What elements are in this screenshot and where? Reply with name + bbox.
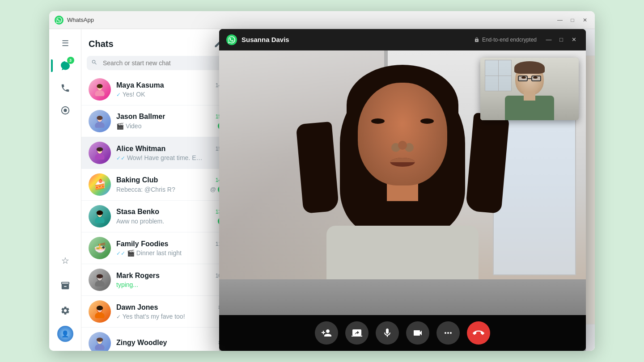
avatar-dawn <box>89 300 111 323</box>
app-body: ☰ 3 ☆ <box>49 29 595 351</box>
svg-point-6 <box>97 84 102 88</box>
avatar-maya <box>89 78 111 101</box>
video-person <box>295 56 510 315</box>
chat-item-zingy[interactable]: Zingy Woodley 8:1 <box>81 328 233 351</box>
avatar-image-dawn <box>93 305 106 318</box>
chat-name-maya: Maya Kasuma <box>116 81 164 89</box>
chat-info-mark: Mark Rogers 10:5 typing... <box>116 272 226 288</box>
end-call-icon <box>473 327 484 339</box>
call-contact-name: Susanna Davis <box>242 36 474 43</box>
hair-curl-left <box>296 122 339 214</box>
chat-item-family[interactable]: 🍜 Family Foodies 11:2 ✓✓ 🎬 Dinner last n… <box>81 232 233 264</box>
sidebar-item-calls[interactable] <box>55 78 75 98</box>
avatar-image-alice <box>93 146 106 160</box>
pip-eye-left <box>521 76 526 79</box>
avatar-jason <box>89 110 111 132</box>
chat-info-alice: Alice Whitman 15:1 ✓✓ Wow! Have great ti… <box>116 145 226 161</box>
pip-neck <box>524 92 535 101</box>
call-close-btn[interactable]: ✕ <box>569 35 579 45</box>
chat-name-alice: Alice Whitman <box>116 145 165 153</box>
avatar-stasa <box>89 205 111 227</box>
search-bar <box>87 56 228 70</box>
minimize-btn[interactable]: — <box>555 16 564 25</box>
camera-btn[interactable] <box>406 321 429 345</box>
chat-info-family: Family Foodies 11:2 ✓✓ 🎬 Dinner last nig… <box>116 240 226 257</box>
chat-item-alice[interactable]: Alice Whitman 15:1 ✓✓ Wow! Have great ti… <box>81 137 233 169</box>
self-video-content <box>480 58 579 120</box>
chat-info-dawn: Dawn Jones 8:3 ✓ Yes that's my fave too! <box>116 303 226 320</box>
search-input[interactable] <box>87 56 228 70</box>
face <box>358 83 447 185</box>
user-avatar[interactable]: 👤 <box>57 326 73 342</box>
svg-point-24 <box>95 312 105 318</box>
mouth <box>390 158 415 167</box>
sidebar-item-chats[interactable]: 3 <box>55 56 75 76</box>
chat-list: Maya Kasuma 14:5 ✓ Yes! OK 📌 <box>81 74 233 351</box>
screen-share-icon <box>352 328 362 338</box>
eye-left <box>371 118 385 124</box>
chats-title: Chats <box>89 39 114 49</box>
archive-icon <box>60 281 70 290</box>
svg-point-4 <box>95 90 105 96</box>
app-window: WhatsApp — □ ✕ ☰ 3 <box>49 11 595 351</box>
svg-point-30 <box>97 337 103 342</box>
chat-item-baking[interactable]: 🍰 Baking Club 14:4 Rebecca: @Chris R? @ … <box>81 169 233 201</box>
pip-hair <box>514 61 545 74</box>
sidebar-bottom: ☆ 👤 <box>55 251 75 346</box>
close-btn[interactable]: ✕ <box>580 16 589 25</box>
avatar-mark <box>89 269 111 291</box>
chat-preview-baking: Rebecca: @Chris R? <box>116 186 175 193</box>
call-window-logo <box>226 34 237 45</box>
chat-item-stasa[interactable]: Stasa Benko 13:5 Aww no problem. 2 <box>81 201 233 232</box>
chat-item-dawn[interactable]: Dawn Jones 8:3 ✓ Yes that's my fave too! <box>81 296 233 328</box>
sidebar: ☰ 3 ☆ <box>49 29 81 351</box>
svg-point-18 <box>97 210 103 215</box>
add-participant-btn[interactable] <box>315 321 338 345</box>
status-icon <box>60 105 70 115</box>
mic-icon <box>382 328 393 338</box>
sidebar-item-status[interactable] <box>55 101 75 120</box>
chat-preview-alice: ✓✓ Wow! Have great time. Enjoy. <box>116 154 206 161</box>
svg-point-14 <box>97 147 103 152</box>
app-title: WhatsApp <box>67 17 555 23</box>
mute-btn[interactable] <box>376 321 399 345</box>
svg-point-10 <box>97 116 102 120</box>
sidebar-item-settings[interactable] <box>55 301 75 320</box>
call-maximize-btn[interactable]: □ <box>556 35 566 45</box>
chat-name-zingy: Zingy Woodley <box>116 339 167 347</box>
chat-name-stasa: Stasa Benko <box>116 208 159 216</box>
chat-info-stasa: Stasa Benko 13:5 Aww no problem. 2 <box>116 208 226 225</box>
pip-glasses <box>518 76 541 82</box>
avatar-baking: 🍰 <box>89 173 111 196</box>
settings-icon <box>60 306 70 316</box>
chat-preview-mark: typing... <box>116 281 138 288</box>
screen-share-btn[interactable] <box>345 321 369 345</box>
call-minimize-btn[interactable]: — <box>544 35 554 45</box>
chat-name-family: Family Foodies <box>116 240 168 248</box>
avatar-image-maya <box>93 83 106 96</box>
video-area <box>219 51 586 315</box>
video-call-window: Susanna Davis End-to-end endcrypted — □ … <box>219 29 586 351</box>
sidebar-item-archived[interactable] <box>55 276 75 295</box>
more-options-icon <box>443 328 453 338</box>
chat-info-zingy: Zingy Woodley 8:1 <box>116 339 226 348</box>
svg-point-12 <box>95 154 105 160</box>
nose <box>398 141 407 150</box>
chat-item-maya[interactable]: Maya Kasuma 14:5 ✓ Yes! OK 📌 <box>81 74 233 105</box>
avatar-image-stasa <box>93 210 106 223</box>
more-options-btn[interactable] <box>436 321 460 345</box>
svg-point-26 <box>97 306 103 311</box>
avatar-image-mark <box>93 273 106 286</box>
hamburger-menu-icon[interactable]: ☰ <box>55 34 75 53</box>
call-title-bar: Susanna Davis End-to-end endcrypted — □ … <box>219 29 586 51</box>
sidebar-item-starred[interactable]: ☆ <box>55 251 75 270</box>
chat-item-jason[interactable]: Jason Ballmer 15:2 🎬 Video 5 <box>81 105 233 137</box>
svg-point-0 <box>55 16 64 25</box>
chat-item-mark[interactable]: Mark Rogers 10:5 typing... <box>81 264 233 296</box>
end-call-btn[interactable] <box>467 321 490 345</box>
maximize-btn[interactable]: □ <box>568 16 577 25</box>
couch <box>219 279 586 315</box>
svg-point-2 <box>64 109 67 112</box>
avatar-zingy <box>89 332 111 351</box>
self-video-pip[interactable] <box>480 58 579 120</box>
